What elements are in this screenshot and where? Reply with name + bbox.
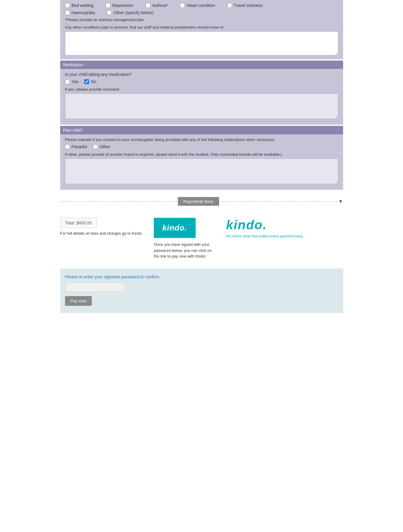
- medication-no-label: No: [91, 79, 96, 84]
- panadol-label: Panadol: [72, 144, 87, 149]
- bed-wetting-label: Bed wetting: [72, 3, 94, 8]
- pain-consent-text: Please indicate if you consent to your s…: [65, 137, 338, 142]
- pain-relief-title: Pain relief: [63, 128, 82, 133]
- panadol-checkbox[interactable]: [65, 144, 70, 149]
- password-section: Please re enter your signmee password to…: [60, 268, 343, 313]
- medication-radio-row: Yes No: [65, 79, 338, 84]
- conditions-row2: Haemophilia Other (specify below): [65, 10, 338, 15]
- divider-dots-left: [60, 201, 177, 202]
- depression-checkbox[interactable]: [106, 3, 110, 8]
- pain-checkbox-row: Panadol Other: [65, 144, 338, 149]
- depression-label: Depression: [112, 3, 134, 8]
- bed-wetting-item[interactable]: Bed wetting: [65, 3, 94, 8]
- kindo-tagline: the online shop that makes every payment…: [226, 234, 302, 238]
- haemophilia-item[interactable]: Haemophilia: [65, 10, 95, 15]
- password-input[interactable]: [65, 282, 125, 292]
- payments-left: Total: $650.00 For full details on fees …: [60, 218, 142, 236]
- divider-dots-right: [220, 201, 337, 202]
- medication-title: Medication: [63, 62, 84, 67]
- haemophilia-checkbox[interactable]: [65, 10, 70, 15]
- asthma-label: Asthma*: [152, 3, 168, 8]
- bed-wetting-checkbox[interactable]: [65, 3, 70, 8]
- pain-other-item[interactable]: Other: [93, 144, 110, 149]
- haemophilia-label: Haemophilia: [72, 10, 95, 15]
- medication-no-item[interactable]: No: [84, 79, 96, 84]
- pain-other-info-label: If other, please provide (if another bra…: [65, 152, 338, 157]
- other-specify-item[interactable]: Other (specify below): [107, 10, 153, 15]
- payments-form-label: Payments form: [178, 197, 219, 206]
- conditions-row1: Bed wetting Depression Asthma* Heart con…: [65, 3, 338, 8]
- travel-sickness-item[interactable]: Travel sickness: [227, 3, 263, 8]
- pay-now-button[interactable]: Pay now: [65, 296, 92, 306]
- medication-comment-textarea[interactable]: [65, 93, 338, 119]
- kindo-logo-text: kindo.: [162, 223, 187, 232]
- kindo-logo-box: kindo.: [154, 218, 196, 238]
- other-conditions-textarea[interactable]: [65, 31, 338, 55]
- pain-other-checkbox[interactable]: [93, 144, 98, 149]
- payments-content: Total: $650.00 For full details on fees …: [60, 212, 343, 268]
- conditions-section: Bed wetting Depression Asthma* Heart con…: [60, 0, 343, 59]
- heart-condition-item[interactable]: Heart condition: [180, 3, 215, 8]
- travel-sickness-checkbox[interactable]: [227, 3, 232, 8]
- asthma-checkbox[interactable]: [146, 3, 150, 8]
- total-box: Total: $650.00: [60, 218, 97, 228]
- other-specify-checkbox[interactable]: [107, 10, 112, 15]
- password-label: Please re enter your signmee password to…: [65, 274, 338, 279]
- medication-question: Is your child taking any medication?: [65, 72, 338, 77]
- pain-relief-header: Pain relief: [60, 126, 343, 134]
- other-specify-label: Other (specify below): [113, 10, 153, 15]
- pain-other-textarea[interactable]: [65, 158, 338, 184]
- fees-text-label: For full details on fees and charges go …: [60, 231, 142, 236]
- heart-condition-label: Heart condition: [187, 3, 215, 8]
- medication-section: Is your child taking any medication? Yes…: [60, 69, 343, 125]
- panadol-item[interactable]: Panadol: [65, 144, 87, 149]
- medication-comment-label: If yes, please provide comment: [65, 87, 338, 92]
- payments-divider: Payments form ▼: [60, 197, 343, 206]
- medication-yes-checkbox[interactable]: [65, 79, 70, 84]
- payments-right: kindo. the online shop that makes every …: [226, 218, 302, 238]
- divider-arrow-icon: ▼: [338, 199, 343, 204]
- medication-yes-item[interactable]: Yes: [65, 79, 79, 84]
- asthma-item[interactable]: Asthma*: [146, 3, 168, 8]
- pain-other-label: Other: [100, 144, 110, 149]
- heart-condition-checkbox[interactable]: [180, 3, 185, 8]
- payments-middle: kindo. Once you have signed with your pa…: [154, 218, 214, 259]
- depression-item[interactable]: Depression: [106, 3, 134, 8]
- travel-sickness-label: Travel sickness: [234, 3, 263, 8]
- medication-no-checkbox[interactable]: [84, 79, 89, 84]
- medication-yes-label: Yes: [72, 79, 79, 84]
- fees-text: For full details on fees and charges go …: [60, 231, 142, 236]
- other-conditions-label: Any other conditions past or present, th…: [65, 25, 338, 30]
- asthma-note: *Please provide an asthma management pla…: [65, 17, 338, 22]
- kindo-sign-text: Once you have signed with your password …: [154, 242, 214, 259]
- pain-relief-section: Please indicate if you consent to your s…: [60, 134, 343, 190]
- kindo-large-logo: kindo.: [226, 218, 267, 232]
- medication-header: Medication: [60, 61, 343, 69]
